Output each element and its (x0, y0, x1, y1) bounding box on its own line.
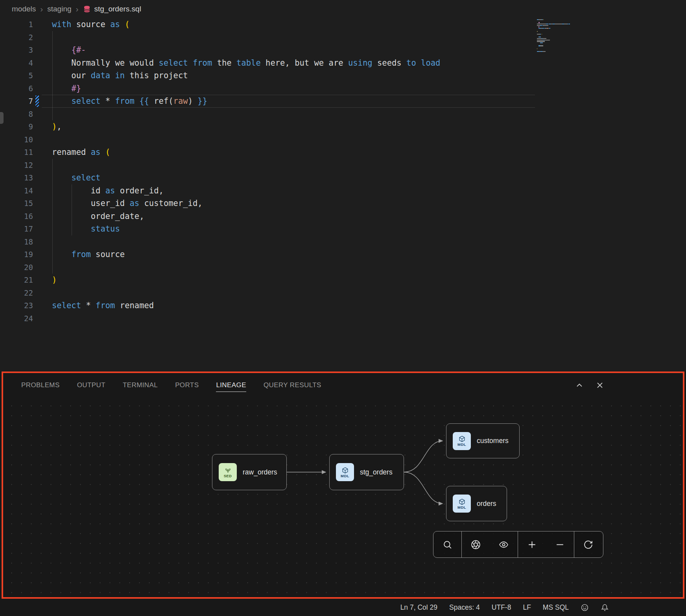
lineage-node-orders[interactable]: MDLorders (446, 486, 507, 521)
editor-lines: 1with source as (23 {#-4 Normally we wou… (0, 18, 686, 325)
node-label: orders (477, 500, 496, 508)
file-name: stg_orders.sql (94, 5, 141, 13)
status-item-4[interactable]: MS SQL (543, 603, 569, 612)
status-items: Ln 7, Col 29Spaces: 4UTF-8LFMS SQL (400, 603, 569, 612)
lineage-edges (3, 397, 683, 597)
aperture-button[interactable] (462, 531, 490, 557)
status-item-3[interactable]: LF (523, 603, 531, 612)
tab-problems[interactable]: PROBLEMS (21, 379, 60, 392)
breadcrumb-file[interactable]: stg_orders.sql (83, 5, 141, 13)
model-icon: MDL (453, 495, 471, 513)
code-line-8[interactable]: 8 (0, 108, 686, 121)
status-bar: Ln 7, Col 29Spaces: 4UTF-8LFMS SQL (0, 599, 686, 616)
code-line-13[interactable]: 13 select (0, 171, 686, 184)
code-line-16[interactable]: 16 order_date, (0, 210, 686, 223)
node-label: customers (477, 437, 509, 445)
status-item-0[interactable]: Ln 7, Col 29 (400, 603, 437, 612)
node-label: stg_orders (360, 468, 393, 476)
code-line-4[interactable]: 4 Normally we would select from the tabl… (0, 57, 686, 70)
panel-maximize-button[interactable] (575, 381, 584, 390)
database-icon (83, 5, 91, 13)
seed-icon: SED (219, 463, 237, 481)
model-icon: MDL (336, 463, 354, 481)
tab-ports[interactable]: PORTS (175, 379, 199, 392)
code-line-24[interactable]: 24 (0, 312, 686, 325)
code-line-6[interactable]: 6 #} (0, 82, 686, 95)
code-line-10[interactable]: 10 (0, 133, 686, 146)
code-line-23[interactable]: 23select * from renamed (0, 299, 686, 312)
code-line-19[interactable]: 19 from source (0, 248, 686, 261)
left-edge-indicator (0, 112, 4, 124)
breadcrumb-separator: › (40, 4, 43, 14)
lineage-canvas[interactable]: SEDraw_ordersMDLstg_ordersMDLcustomersMD… (3, 397, 683, 597)
modified-line-marker (35, 96, 39, 107)
status-item-2[interactable]: UTF-8 (492, 603, 511, 612)
code-line-22[interactable]: 22 (0, 287, 686, 300)
tab-query-results[interactable]: QUERY RESULTS (264, 379, 321, 392)
code-line-12[interactable]: 12 (0, 159, 686, 172)
panel-tabs-row: PROBLEMSOUTPUTTERMINALPORTSLINEAGEQUERY … (3, 373, 683, 397)
breadcrumb-item-models[interactable]: models (12, 5, 36, 13)
code-line-21[interactable]: 21) (0, 274, 686, 287)
zoom-out-button[interactable] (546, 531, 574, 557)
lineage-node-customers[interactable]: MDLcustomers (446, 423, 520, 458)
panel-close-button[interactable] (596, 381, 604, 390)
bottom-panel: PROBLEMSOUTPUTTERMINALPORTSLINEAGEQUERY … (2, 371, 684, 599)
zoom-in-button[interactable] (518, 531, 546, 557)
breadcrumb-item-staging[interactable]: staging (47, 5, 71, 13)
search-button[interactable] (433, 531, 461, 557)
eye-button[interactable] (490, 531, 518, 557)
code-line-17[interactable]: 17 status (0, 222, 686, 235)
status-item-1[interactable]: Spaces: 4 (449, 603, 480, 612)
code-line-20[interactable]: 20 (0, 261, 686, 274)
code-line-15[interactable]: 15 user_id as customer_id, (0, 197, 686, 210)
code-line-14[interactable]: 14 id as order_id, (0, 184, 686, 197)
refresh-button[interactable] (574, 531, 602, 557)
code-line-5[interactable]: 5 our data in this project (0, 69, 686, 82)
lineage-node-stg_orders[interactable]: MDLstg_orders (329, 454, 404, 490)
tab-output[interactable]: OUTPUT (77, 379, 105, 392)
copilot-icon[interactable] (581, 603, 589, 612)
code-line-9[interactable]: 9), (0, 120, 686, 133)
tab-lineage[interactable]: LINEAGE (216, 379, 246, 392)
model-icon: MDL (453, 432, 471, 450)
panel-tabs: PROBLEMSOUTPUTTERMINALPORTSLINEAGEQUERY … (21, 379, 339, 392)
code-line-11[interactable]: 11renamed as ( (0, 146, 686, 159)
code-line-18[interactable]: 18 (0, 235, 686, 248)
breadcrumb: models › staging › stg_orders.sql (0, 0, 686, 18)
node-label: raw_orders (243, 468, 277, 476)
minimap[interactable] (537, 19, 600, 54)
lineage-node-raw_orders[interactable]: SEDraw_orders (212, 454, 287, 490)
bell-icon[interactable] (601, 603, 609, 612)
code-editor[interactable]: 1with source as (23 {#-4 Normally we wou… (0, 18, 686, 371)
lineage-toolbar (433, 531, 603, 558)
code-line-7[interactable]: 7 select * from {{ ref(raw) }} (0, 95, 686, 108)
tab-terminal[interactable]: TERMINAL (123, 379, 158, 392)
breadcrumb-separator: › (76, 4, 79, 14)
panel-actions (575, 381, 604, 390)
